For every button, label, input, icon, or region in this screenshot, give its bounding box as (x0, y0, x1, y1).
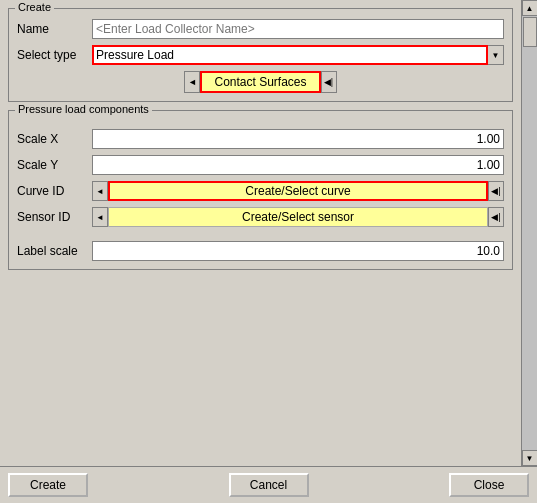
select-type-label: Select type (17, 48, 92, 62)
sensor-id-controls: ◄ Create/Select sensor ◀| (92, 207, 504, 227)
scroll-arrow-down[interactable]: ▼ (522, 450, 538, 466)
scale-y-row: Scale Y (17, 155, 504, 175)
curve-id-nav-right[interactable]: ◀| (488, 181, 504, 201)
select-type-dropdown-arrow[interactable]: ▼ (488, 45, 504, 65)
scrollbar[interactable]: ▲ ▼ (521, 0, 537, 466)
curve-id-nav-left[interactable]: ◄ (92, 181, 108, 201)
pressure-group: Pressure load components Scale X Scale Y… (8, 110, 513, 270)
name-input[interactable] (92, 19, 504, 39)
curve-id-controls: ◄ Create/Select curve ◀| (92, 181, 504, 201)
footer: Create Cancel Close (0, 466, 537, 503)
scale-y-label: Scale Y (17, 158, 92, 172)
contact-surfaces-nav-right[interactable]: ◀| (321, 71, 337, 93)
label-scale-input[interactable] (92, 241, 504, 261)
scroll-arrow-up[interactable]: ▲ (522, 0, 538, 16)
scale-x-label: Scale X (17, 132, 92, 146)
scale-x-row: Scale X (17, 129, 504, 149)
create-group-title: Create (15, 1, 54, 13)
sensor-id-button[interactable]: Create/Select sensor (108, 207, 488, 227)
scale-y-input[interactable] (92, 155, 504, 175)
select-type-input[interactable] (92, 45, 488, 65)
name-label: Name (17, 22, 92, 36)
scroll-track (522, 16, 538, 450)
scroll-thumb[interactable] (523, 17, 537, 47)
create-button[interactable]: Create (8, 473, 88, 497)
curve-id-button[interactable]: Create/Select curve (108, 181, 488, 201)
pressure-group-title: Pressure load components (15, 103, 152, 115)
close-button[interactable]: Close (449, 473, 529, 497)
contact-surfaces-nav-left[interactable]: ◄ (184, 71, 200, 93)
contact-surfaces-button[interactable]: Contact Surfaces (200, 71, 320, 93)
create-group: Create Name Select type ▼ ◄ Contact Surf… (8, 8, 513, 102)
contact-surfaces-row: ◄ Contact Surfaces ◀| (17, 71, 504, 93)
name-row: Name (17, 19, 504, 39)
sensor-id-nav-left[interactable]: ◄ (92, 207, 108, 227)
sensor-id-nav-right[interactable]: ◀| (488, 207, 504, 227)
sensor-id-row: Sensor ID ◄ Create/Select sensor ◀| (17, 207, 504, 227)
scale-x-input[interactable] (92, 129, 504, 149)
curve-id-label: Curve ID (17, 184, 92, 198)
cancel-button[interactable]: Cancel (229, 473, 309, 497)
label-scale-row: Label scale (17, 241, 504, 261)
select-type-wrapper: ▼ (92, 45, 504, 65)
label-scale-label: Label scale (17, 244, 92, 258)
sensor-id-label: Sensor ID (17, 210, 92, 224)
curve-id-row: Curve ID ◄ Create/Select curve ◀| (17, 181, 504, 201)
select-type-row: Select type ▼ (17, 45, 504, 65)
